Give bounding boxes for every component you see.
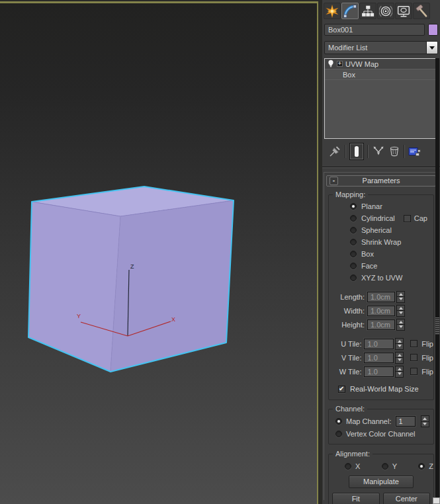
tab-utilities[interactable]	[413, 3, 430, 19]
configure-modifier-sets-button[interactable]	[408, 146, 421, 157]
tab-create[interactable]	[324, 3, 341, 19]
w-tile-label: W Tile:	[329, 368, 364, 376]
alignment-axes: X Y Z	[329, 461, 433, 472]
map-channel-spinner[interactable]	[421, 415, 429, 427]
utilities-hammer-icon	[415, 5, 428, 18]
radio-planar[interactable]: Planar	[329, 200, 433, 212]
radio-icon[interactable]	[350, 203, 357, 210]
tab-hierarchy[interactable]	[359, 3, 376, 19]
object-name-field[interactable]: Box001	[324, 24, 425, 36]
box-object[interactable]	[28, 187, 234, 372]
mapping-group-label: Mapping:	[333, 190, 368, 198]
collapse-icon[interactable]: -	[330, 177, 338, 185]
stack-item-label: UVW Map	[345, 60, 378, 68]
remove-modifier-button[interactable]	[388, 146, 400, 157]
v-flip-checkbox[interactable]	[410, 354, 418, 361]
height-spinner[interactable]	[396, 319, 405, 331]
radio-z[interactable]	[418, 463, 425, 470]
v-flip-label: Flip	[421, 354, 433, 362]
vertex-color-row[interactable]: Vertex Color Channel	[329, 428, 433, 440]
radio-icon[interactable]	[350, 251, 357, 257]
command-panel-tabs	[322, 0, 440, 19]
radio-label: Box	[361, 250, 374, 258]
radio-x[interactable]	[345, 463, 351, 470]
u-flip-checkbox[interactable]	[410, 340, 418, 347]
parameters-rollout-header[interactable]: - Parameters	[326, 175, 436, 187]
radio-y[interactable]	[382, 463, 388, 470]
toolbar-separator	[404, 145, 405, 158]
radio-face[interactable]: Face	[329, 260, 433, 272]
radio-xyz-to-uvw[interactable]: XYZ to UVW	[329, 272, 433, 284]
viewport[interactable]: Z Y X	[0, 1, 318, 504]
tab-motion[interactable]	[377, 3, 394, 19]
w-tile-row: W Tile: 1.0 Flip	[329, 364, 433, 378]
radio-shrink-wrap[interactable]: Shrink Wrap	[329, 236, 433, 248]
tab-display[interactable]	[395, 3, 412, 19]
radio-icon[interactable]	[350, 239, 357, 245]
tab-modify[interactable]	[341, 3, 359, 19]
radio-box[interactable]: Box	[329, 248, 433, 260]
show-end-result-button[interactable]	[349, 143, 364, 160]
length-label: Length:	[329, 293, 367, 301]
radio-label: Planar	[361, 202, 382, 210]
display-icon	[397, 5, 410, 18]
v-tile-row: V Tile: 1.0 Flip	[329, 351, 433, 364]
show-end-result-icon	[353, 146, 360, 157]
create-sunburst-icon	[326, 5, 339, 18]
u-tile-label: U Tile:	[329, 340, 364, 348]
map-channel-row[interactable]: Map Channel: 1	[329, 415, 433, 428]
max-window: { "viewport": { "object": "Box001 box me…	[0, 0, 440, 504]
v-tile-spinner[interactable]	[395, 352, 404, 364]
radio-icon[interactable]	[350, 227, 357, 233]
stack-item-box[interactable]: Box	[325, 69, 437, 80]
radio-icon[interactable]	[335, 431, 342, 437]
real-world-checkbox[interactable]	[338, 386, 345, 393]
make-unique-button[interactable]	[372, 145, 385, 158]
v-tile-field[interactable]: 1.0	[364, 353, 394, 363]
width-row: Width: 1.0cm	[329, 304, 433, 317]
radio-icon[interactable]	[350, 215, 357, 222]
motion-icon	[379, 5, 392, 18]
cap-checkbox-row[interactable]: Cap	[404, 214, 427, 222]
center-button[interactable]: Center	[383, 493, 431, 504]
configure-sets-icon	[408, 146, 421, 157]
height-field[interactable]: 1.0cm	[367, 319, 395, 330]
cap-label: Cap	[414, 214, 427, 222]
scrollbar-grip[interactable]	[435, 317, 439, 335]
radio-cylindrical[interactable]: Cylindrical Cap	[329, 212, 433, 224]
modify-arc-icon	[343, 5, 357, 18]
resize-grip[interactable]	[433, 497, 440, 504]
w-tile-field[interactable]: 1.0	[364, 366, 394, 377]
fit-button[interactable]: Fit	[332, 493, 380, 504]
lightbulb-icon[interactable]	[328, 60, 334, 68]
u-tile-spinner[interactable]	[395, 338, 404, 350]
width-field[interactable]: 1.0cm	[367, 306, 395, 316]
width-spinner[interactable]	[396, 305, 405, 317]
radio-icon[interactable]	[350, 263, 357, 269]
radio-spherical[interactable]: Spherical	[329, 224, 433, 236]
length-spinner[interactable]	[396, 291, 405, 303]
object-color-swatch[interactable]	[428, 24, 438, 36]
expand-plus-icon[interactable]: +	[337, 61, 343, 67]
map-channel-field[interactable]: 1	[396, 416, 416, 427]
radio-icon[interactable]	[335, 418, 342, 425]
radio-label: Spherical	[361, 226, 392, 234]
length-field[interactable]: 1.0cm	[367, 292, 395, 302]
x-axis-label: X	[171, 316, 175, 323]
stack-item-uvw-map[interactable]: + UVW Map	[325, 59, 437, 69]
u-tile-row: U Tile: 1.0 Flip	[329, 337, 433, 351]
u-tile-field[interactable]: 1.0	[364, 339, 394, 349]
dropdown-arrow-button[interactable]	[426, 42, 437, 54]
v-tile-label: V Tile:	[329, 354, 364, 362]
modifier-list-dropdown[interactable]: Modifier List	[324, 41, 438, 54]
w-flip-checkbox[interactable]	[410, 368, 418, 375]
modifier-stack-list: + UVW Map Box	[324, 58, 437, 139]
radio-icon[interactable]	[350, 274, 357, 281]
panel-scrollbar[interactable]	[435, 58, 439, 504]
make-unique-icon	[372, 145, 385, 158]
manipulate-button[interactable]: Manipulate	[349, 476, 414, 488]
real-world-map-size-row[interactable]: Real-World Map Size	[329, 383, 433, 395]
pin-stack-button[interactable]	[328, 145, 341, 158]
w-tile-spinner[interactable]	[395, 366, 404, 378]
cap-checkbox[interactable]	[404, 215, 411, 222]
